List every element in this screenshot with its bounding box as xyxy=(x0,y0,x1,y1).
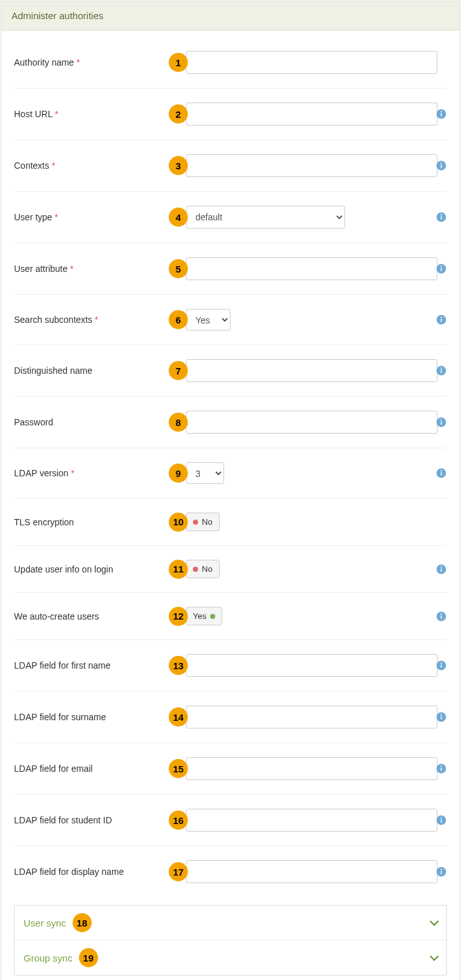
svg-point-32 xyxy=(441,662,442,664)
label-distinguished-name: Distinguished name xyxy=(14,366,160,376)
panel-title: Administer authorities xyxy=(1,1,460,31)
annotation-badge-14: 14 xyxy=(169,707,188,727)
row-host-url: Host URL * 2 xyxy=(14,89,447,140)
accordion-user-sync[interactable]: User sync 18 xyxy=(15,905,446,940)
accordion-label: User sync xyxy=(24,918,66,928)
label-text: User attribute xyxy=(14,264,67,274)
annotation-badge-1: 1 xyxy=(169,53,188,72)
row-auto-create: We auto-create users 12 Yes xyxy=(14,593,447,640)
svg-rect-1 xyxy=(441,113,442,117)
info-icon[interactable] xyxy=(436,814,447,826)
svg-rect-43 xyxy=(441,871,442,874)
info-icon[interactable] xyxy=(436,467,447,479)
info-icon[interactable] xyxy=(436,711,447,723)
host-url-input[interactable] xyxy=(186,103,437,125)
status-dot-off-icon xyxy=(193,567,198,572)
required-asterisk: * xyxy=(55,109,58,119)
annotation-badge-9: 9 xyxy=(169,464,188,483)
label-authority-name: Authority name * xyxy=(14,57,160,67)
annotation-badge-18: 18 xyxy=(73,913,92,932)
info-icon[interactable] xyxy=(436,763,447,774)
svg-rect-16 xyxy=(441,370,442,373)
label-field-surname: LDAP field for surname xyxy=(14,712,160,722)
svg-rect-10 xyxy=(441,268,442,271)
password-input[interactable] xyxy=(186,411,437,434)
svg-point-38 xyxy=(441,765,442,767)
required-asterisk: * xyxy=(76,57,80,67)
svg-rect-19 xyxy=(441,422,442,425)
svg-point-20 xyxy=(441,419,442,420)
annotation-badge-7: 7 xyxy=(169,361,188,380)
label-tls-encryption: TLS encryption xyxy=(14,517,160,527)
svg-rect-4 xyxy=(441,165,442,168)
label-field-firstname: LDAP field for first name xyxy=(14,660,160,671)
info-icon[interactable] xyxy=(436,314,447,325)
toggle-label: No xyxy=(202,564,213,574)
svg-rect-28 xyxy=(441,615,442,618)
svg-rect-13 xyxy=(441,319,442,322)
user-type-select[interactable]: default xyxy=(186,206,345,229)
required-asterisk: * xyxy=(95,315,98,325)
field-studentid-input[interactable] xyxy=(186,809,437,832)
info-icon[interactable] xyxy=(436,365,447,376)
svg-point-2 xyxy=(441,111,442,112)
row-contexts: Contexts * 3 xyxy=(14,140,447,192)
info-icon[interactable] xyxy=(436,564,447,575)
info-icon[interactable] xyxy=(436,108,447,120)
toggle-label: No xyxy=(202,517,213,527)
label-search-subcontexts: Search subcontexts * xyxy=(14,315,160,325)
contexts-input[interactable] xyxy=(186,154,437,177)
label-update-on-login: Update user info on login xyxy=(14,564,160,574)
info-icon[interactable] xyxy=(436,160,447,171)
info-icon[interactable] xyxy=(436,416,447,428)
row-distinguished-name: Distinguished name 7 xyxy=(14,345,447,397)
annotation-badge-2: 2 xyxy=(169,104,188,124)
label-field-studentid: LDAP field for student ID xyxy=(14,815,160,825)
accordion-group-sync[interactable]: Group sync 19 xyxy=(15,940,446,975)
annotation-badge-16: 16 xyxy=(169,811,188,830)
annotation-badge-13: 13 xyxy=(169,656,188,675)
label-text: Host URL xyxy=(14,109,52,119)
tls-encryption-toggle[interactable]: No xyxy=(186,513,220,531)
user-attribute-input[interactable] xyxy=(186,257,437,280)
info-icon[interactable] xyxy=(436,611,447,622)
svg-rect-40 xyxy=(441,820,442,823)
chevron-down-icon xyxy=(431,953,437,963)
field-surname-input[interactable] xyxy=(186,706,437,728)
field-displayname-input[interactable] xyxy=(186,860,437,883)
annotation-badge-8: 8 xyxy=(169,413,188,432)
row-password: Password 8 xyxy=(14,397,447,448)
svg-rect-7 xyxy=(441,217,442,220)
status-dot-off-icon xyxy=(193,520,198,525)
svg-point-5 xyxy=(441,162,442,164)
svg-point-23 xyxy=(441,470,442,471)
status-dot-on-icon xyxy=(210,614,215,619)
annotation-badge-10: 10 xyxy=(169,513,188,532)
ldap-version-select[interactable]: 3 xyxy=(186,462,224,484)
authority-name-input[interactable] xyxy=(186,51,437,74)
annotation-badge-3: 3 xyxy=(169,156,188,175)
info-icon[interactable] xyxy=(436,660,447,671)
distinguished-name-input[interactable] xyxy=(186,359,437,382)
label-host-url: Host URL * xyxy=(14,109,160,119)
label-ldap-version: LDAP version * xyxy=(14,468,160,478)
field-firstname-input[interactable] xyxy=(186,654,437,677)
info-icon[interactable] xyxy=(436,866,447,877)
search-subcontexts-select[interactable]: Yes xyxy=(186,309,230,330)
update-on-login-toggle[interactable]: No xyxy=(186,560,220,578)
row-update-on-login: Update user info on login 11 No xyxy=(14,546,447,593)
field-email-input[interactable] xyxy=(186,757,437,780)
svg-point-11 xyxy=(441,266,442,267)
auto-create-toggle[interactable]: Yes xyxy=(186,607,222,625)
info-icon[interactable] xyxy=(436,263,447,274)
info-icon[interactable] xyxy=(436,211,447,223)
sync-accordion: User sync 18 Group sync 19 xyxy=(14,905,447,976)
svg-point-44 xyxy=(441,869,442,870)
toggle-label: Yes xyxy=(193,611,206,621)
row-user-attribute: User attribute * 5 xyxy=(14,243,447,295)
row-field-displayname: LDAP field for display name 17 xyxy=(14,846,447,897)
svg-point-35 xyxy=(441,714,442,715)
row-tls-encryption: TLS encryption 10 No xyxy=(14,499,447,546)
row-ldap-version: LDAP version * 9 3 xyxy=(14,448,447,499)
label-password: Password xyxy=(14,417,160,427)
